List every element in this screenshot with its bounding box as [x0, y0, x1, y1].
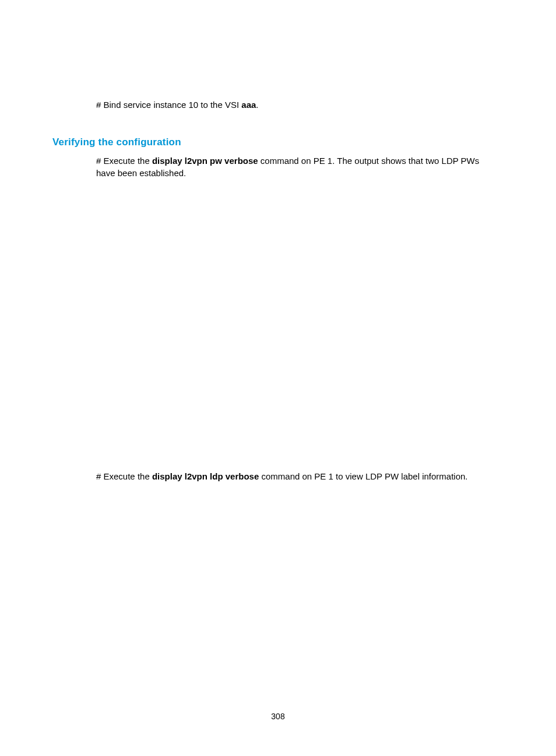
content-gap: [52, 179, 504, 471]
verify1-pre: # Execute the: [96, 156, 152, 166]
paragraph-verify-1: # Execute the display l2vpn pw verbose c…: [96, 155, 498, 179]
bind-text-bold: aaa: [241, 100, 256, 110]
verify2-bold: display l2vpn ldp verbose: [152, 471, 259, 481]
paragraph-bind: # Bind service instance 10 to the VSI aa…: [96, 99, 498, 111]
page-container: # Bind service instance 10 to the VSI aa…: [0, 0, 556, 756]
paragraph-verify-2: # Execute the display l2vpn ldp verbose …: [96, 471, 498, 482]
section-heading: Verifying the configuration: [52, 136, 504, 148]
bind-text-pre: # Bind service instance 10 to the VSI: [96, 100, 241, 110]
verify2-pre: # Execute the: [96, 471, 152, 481]
verify1-bold: display l2vpn pw verbose: [152, 156, 258, 166]
verify2-post: command on PE 1 to view LDP PW label inf…: [259, 471, 467, 481]
page-number: 308: [0, 712, 556, 721]
bind-text-post: .: [256, 100, 258, 110]
